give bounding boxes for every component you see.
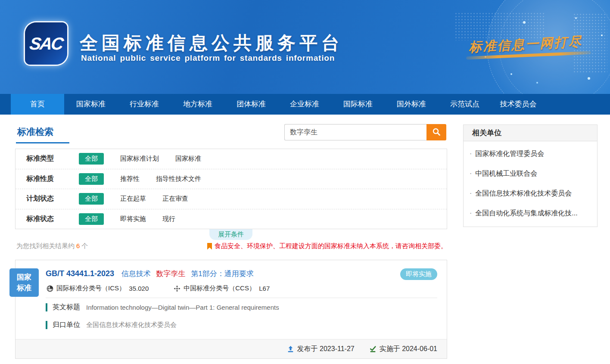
related-unit-label: 中国机械工业联合会 — [475, 169, 537, 178]
site-subtitle: National public service platform for sta… — [81, 53, 335, 63]
published-label: 发布于 — [297, 345, 318, 354]
summary-prefix: 为您找到相关结果约 — [16, 242, 75, 249]
card-footer: 发布于 2023-11-27 实施于 2024-06-01 — [16, 339, 447, 358]
national-standard-badge: 国家 标准 — [9, 268, 39, 297]
classification-row: 国际标准分类号（ICS） 35.020 中国标准分类号（CCS） L67 — [47, 284, 295, 292]
site-title: 全国标准信息公共服务平台 — [80, 31, 343, 55]
list-dot: · — [470, 209, 472, 217]
title-highlight: 数字孪生 — [156, 270, 186, 278]
filter-option[interactable]: 即将实施 — [120, 215, 146, 223]
related-unit-link[interactable]: ·全国自动化系统与集成标准化技... — [464, 203, 597, 223]
related-units-list: ·国家标准化管理委员会 ·中国机械工业联合会 ·全国信息技术标准化技术委员会 ·… — [464, 141, 597, 227]
filter-label: 标准状态 — [26, 215, 69, 224]
list-dot: · — [470, 190, 472, 197]
filter-option[interactable]: 指导性技术文件 — [156, 175, 201, 183]
filter-all-button[interactable]: 全部 — [79, 213, 104, 225]
related-unit-label: 全国信息技术标准化技术委员会 — [475, 189, 572, 198]
publish-icon — [287, 345, 294, 353]
field-value: 全国信息技术标准化技术委员会 — [86, 321, 177, 329]
standard-title-link[interactable]: GB/T 43441.1-2023 信息技术 数字孪生 第1部分：通用要求 — [46, 269, 257, 279]
badge-line1: 国家 — [17, 272, 31, 283]
implement-check-icon — [369, 345, 377, 353]
compass-icon — [174, 285, 181, 292]
filter-option[interactable]: 现行 — [162, 215, 175, 223]
filter-option[interactable]: 国家标准 — [175, 155, 201, 163]
search-button[interactable] — [426, 124, 446, 140]
nav-tab-foreign-standards[interactable]: 国外标准 — [385, 94, 438, 115]
system-notice: 食品安全、环境保护、工程建设方面的国家标准未纳入本系统，请咨询相关部委。 — [207, 242, 447, 250]
related-unit-label: 国家标准化管理委员会 — [475, 149, 544, 159]
ics-label: 国际标准分类号（ICS） — [56, 284, 125, 292]
filter-panel: 标准类型 全部 国家标准计划 国家标准 标准性质 全部 推荐性 指导性技术文件 … — [15, 149, 447, 229]
nav-tab-pilot[interactable]: 示范试点 — [438, 94, 492, 115]
related-unit-link[interactable]: ·全国信息技术标准化技术委员会 — [464, 184, 597, 203]
main-nav: 首页 国家标准 行业标准 地方标准 团体标准 企业标准 国际标准 国外标准 示范… — [0, 94, 610, 115]
list-dot: · — [470, 170, 472, 177]
search-box — [284, 124, 446, 140]
filter-label: 标准类型 — [26, 154, 69, 163]
section-title-underline — [16, 142, 69, 143]
sac-logo-text: SAC — [28, 34, 64, 53]
list-dot: · — [470, 150, 472, 158]
result-summary: 为您找到相关结果约6个 — [16, 242, 88, 250]
search-icon — [432, 128, 441, 137]
filter-row-standard-status: 标准状态 全部 即将实施 现行 — [16, 209, 447, 229]
section-title-standard-search: 标准检索 — [17, 126, 53, 138]
filter-label: 标准性质 — [26, 174, 69, 184]
field-accent-bar — [46, 321, 47, 329]
nav-tab-national-standards[interactable]: 国家标准 — [64, 94, 118, 115]
expand-conditions-button[interactable]: 展开条件 — [209, 229, 252, 240]
implemented-date-group: 实施于 2024-06-01 — [369, 345, 437, 354]
related-unit-link[interactable]: ·中国机械工业联合会 — [464, 164, 597, 184]
filter-option[interactable]: 国家标准计划 — [120, 155, 159, 163]
filter-option[interactable]: 正在起草 — [120, 195, 146, 203]
filter-all-button[interactable]: 全部 — [79, 173, 104, 185]
field-value: Information technology—Digital twin—Part… — [86, 304, 279, 311]
nav-tab-technical-committee[interactable]: 技术委员会 — [492, 94, 545, 115]
banner-sparkles — [510, 73, 512, 75]
globe-icon — [47, 285, 53, 292]
filter-row-plan-status: 计划状态 全部 正在起草 正在审查 — [16, 189, 447, 209]
badge-line2: 标准 — [17, 283, 31, 293]
page: SAC 全国标准信息公共服务平台 National public service… — [0, 0, 610, 364]
filter-all-button[interactable]: 全部 — [79, 193, 104, 205]
bookmark-icon — [207, 243, 212, 250]
ics-group: 国际标准分类号（ICS） 35.020 — [47, 284, 149, 292]
published-date-group: 发布于 2023-11-27 — [287, 345, 355, 354]
ccs-label: 中国标准分类号（CCS） — [184, 284, 255, 292]
nav-tab-home[interactable]: 首页 — [11, 94, 64, 115]
filter-row-standard-type: 标准类型 全部 国家标准计划 国家标准 — [16, 149, 447, 169]
nav-tab-international-standards[interactable]: 国际标准 — [331, 94, 385, 115]
nav-tab-local-standards[interactable]: 地方标准 — [171, 94, 224, 115]
filter-all-button[interactable]: 全部 — [79, 153, 104, 165]
status-badge: 即将实施 — [400, 268, 437, 280]
filter-label: 计划状态 — [26, 194, 69, 203]
site-banner: SAC 全国标准信息公共服务平台 National public service… — [0, 0, 610, 94]
field-label: 归口单位 — [53, 320, 80, 330]
summary-suffix: 个 — [81, 242, 88, 249]
standard-code: GB/T 43441.1-2023 — [46, 269, 114, 278]
related-unit-link[interactable]: ·国家标准化管理委员会 — [464, 144, 597, 164]
ccs-value: L67 — [259, 285, 270, 292]
field-label: 英文标题 — [53, 303, 80, 312]
filter-row-standard-nature: 标准性质 全部 推荐性 指导性技术文件 — [16, 169, 447, 190]
nav-tab-group-standards[interactable]: 团体标准 — [224, 94, 278, 115]
related-units-title: 相关单位 — [464, 125, 597, 141]
sac-logo: SAC — [25, 22, 67, 65]
implemented-label: 实施于 — [380, 345, 400, 354]
result-card: 国家 标准 GB/T 43441.1-2023 信息技术 数字孪生 第1部分：通… — [15, 260, 447, 359]
title-part: 信息技术 — [121, 270, 151, 278]
filter-option[interactable]: 推荐性 — [120, 175, 140, 183]
nav-tab-enterprise-standards[interactable]: 企业标准 — [278, 94, 331, 115]
notice-text: 食品安全、环境保护、工程建设方面的国家标准未纳入本系统，请咨询相关部委。 — [215, 242, 447, 250]
english-title-row: 英文标题 Information technology—Digital twin… — [46, 303, 279, 312]
card-divider — [46, 298, 437, 298]
nav-tab-industry-standards[interactable]: 行业标准 — [118, 94, 171, 115]
related-unit-label: 全国自动化系统与集成标准化技... — [475, 209, 577, 218]
ics-value: 35.020 — [129, 285, 149, 292]
ccs-group: 中国标准分类号（CCS） L67 — [174, 284, 270, 292]
filter-option[interactable]: 正在审查 — [162, 195, 188, 203]
implemented-date: 2024-06-01 — [402, 345, 437, 353]
committee-row: 归口单位 全国信息技术标准化技术委员会 — [46, 320, 177, 330]
search-input[interactable] — [284, 124, 426, 140]
